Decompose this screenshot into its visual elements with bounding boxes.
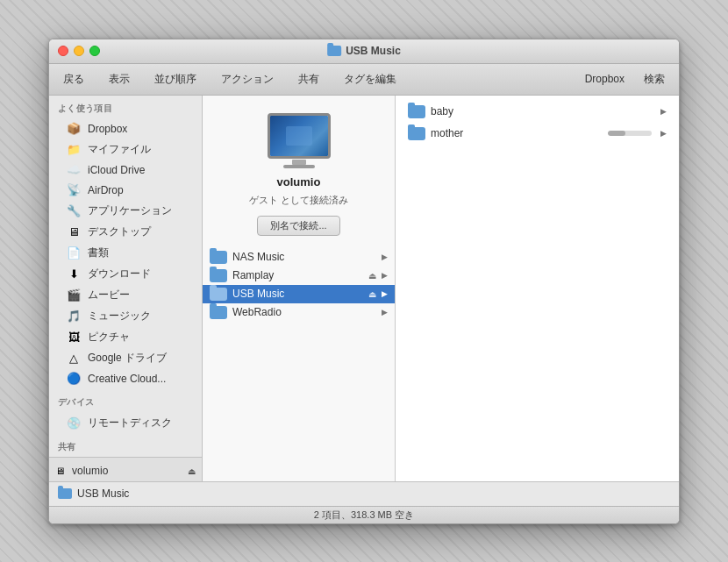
traffic-lights (58, 46, 100, 56)
device-name: volumio (277, 175, 321, 189)
minimize-button[interactable] (74, 46, 84, 56)
sidebar-icon-icloud: ☁️ (67, 163, 81, 177)
sidebar-shared-volumio[interactable]: 🖥 volumio ⏏ (49, 457, 202, 481)
favorites-header: よく使う項目 (49, 96, 202, 118)
toolbar-right: Dropbox 検索 (580, 70, 670, 89)
sidebar-label-remotedisk: リモートディスク (88, 416, 172, 430)
sidebar-icon-desktop: 🖥 (67, 224, 81, 238)
file-name: baby (431, 105, 655, 117)
sidebar-item-remotedisk[interactable]: 💿 リモートディスク (53, 413, 198, 433)
arrow-icon: ▶ (382, 253, 388, 261)
device-panel: volumio ゲスト として接続済み 別名で接続... NAS Music ▶… (203, 96, 396, 481)
file-row-nas-music[interactable]: NAS Music ▶ (203, 248, 395, 267)
computer-screen (268, 113, 331, 159)
sidebar-item-dropbox[interactable]: 📦 Dropbox (53, 119, 198, 139)
view-button[interactable]: 表示 (103, 70, 135, 89)
file-row-usb-music[interactable]: USB Music ⏏ ▶ (203, 285, 395, 303)
search-toolbar-button[interactable]: 検索 (639, 70, 670, 89)
statusbar: 2 項目、318.3 MB 空き (49, 506, 679, 523)
arrow-icon: ▶ (382, 271, 388, 280)
path-folder-icon (58, 488, 72, 499)
dropbox-toolbar-button[interactable]: Dropbox (580, 71, 630, 87)
tag-button[interactable]: タグを編集 (339, 70, 402, 89)
titlebar: USB Music (49, 39, 679, 64)
computer-icon (264, 113, 334, 170)
sidebar-label-creativecloud: Creative Cloud... (88, 373, 166, 385)
sidebar-item-creativecloud[interactable]: 🔵 Creative Cloud... (53, 369, 198, 388)
sidebar-item-applications[interactable]: 🔧 アプリケーション (53, 201, 198, 221)
sidebar-item-myfiles[interactable]: 📁 マイファイル (53, 139, 198, 160)
file-name: mother (431, 127, 603, 139)
sidebar-label-downloads: ダウンロード (88, 267, 151, 281)
sort-button[interactable]: 並び順序 (149, 70, 202, 89)
computer-screen-inner (270, 116, 328, 156)
sidebar-icon-airdrop: 📡 (67, 183, 81, 197)
folder-icon (408, 127, 425, 140)
action-button[interactable]: アクション (216, 70, 279, 89)
connect-button[interactable]: 別名で接続... (257, 216, 339, 236)
finder-window: USB Music 戻る 表示 並び順序 アクション 共有 タグを編集 Drop… (48, 39, 680, 524)
sidebar-icon-documents: 📄 (67, 245, 81, 260)
eject-icon: ⏏ (368, 289, 376, 299)
sidebar: よく使う項目 📦 Dropbox 📁 マイファイル ☁️ iCloud Driv… (49, 96, 203, 481)
status-text: 2 項目、318.3 MB 空き (314, 509, 414, 522)
content-area: volumio ゲスト として接続済み 別名で接続... NAS Music ▶… (203, 96, 679, 481)
right-file-row-baby[interactable]: baby ▶ (403, 103, 672, 121)
sidebar-icon-downloads: ⬇ (67, 267, 81, 281)
sidebar-label-myfiles: マイファイル (88, 142, 151, 157)
sidebar-favorites: 📦 Dropbox 📁 マイファイル ☁️ iCloud Drive 📡 Air… (49, 119, 202, 388)
toolbar: 戻る 表示 並び順序 アクション 共有 タグを編集 Dropbox 検索 (49, 64, 679, 96)
device-icon-area: volumio ゲスト として接続済み 別名で接続... (203, 96, 395, 245)
sidebar-label-applications: アプリケーション (88, 203, 172, 218)
path-bar: USB Music (49, 481, 679, 506)
sidebar-item-movies[interactable]: 🎬 ムービー (53, 285, 198, 305)
progress-bar (608, 131, 652, 136)
computer-base (292, 160, 306, 165)
file-row-webradio[interactable]: WebRadio ▶ (203, 303, 395, 322)
path-label: USB Music (77, 487, 129, 500)
sidebar-label-icloud: iCloud Drive (88, 164, 145, 176)
sidebar-icon-movies: 🎬 (67, 288, 81, 302)
sidebar-icon-applications: 🔧 (67, 203, 81, 217)
sidebar-item-downloads[interactable]: ⬇ ダウンロード (53, 264, 198, 284)
eject-button-volumio[interactable]: ⏏ (184, 464, 198, 478)
right-panel: baby ▶ mother ▶ (396, 96, 679, 481)
sidebar-item-airdrop[interactable]: 📡 AirDrop (53, 181, 198, 200)
right-file-row-mother[interactable]: mother ▶ (403, 124, 672, 143)
sidebar-label-movies: ムービー (88, 288, 130, 302)
folder-icon (210, 251, 227, 264)
close-button[interactable] (58, 46, 68, 56)
sidebar-item-music[interactable]: 🎵 ミュージック (53, 306, 198, 326)
file-name: NAS Music (232, 251, 376, 263)
folder-icon (210, 306, 227, 319)
sidebar-item-icloud[interactable]: ☁️ iCloud Drive (53, 160, 198, 180)
sidebar-item-googledrive[interactable]: △ Google ドライブ (53, 348, 198, 368)
sidebar-icon-googledrive: △ (67, 351, 81, 365)
sidebar-icon-remotedisk: 💿 (67, 416, 81, 430)
sidebar-label-googledrive: Google ドライブ (88, 351, 167, 366)
arrow-icon: ▶ (382, 289, 388, 298)
sidebar-icon-creativecloud: 🔵 (67, 372, 81, 386)
sidebar-shared: 🖥 volumio ⏏ (49, 457, 202, 481)
sidebar-icon-myfiles: 📁 (67, 142, 81, 156)
shared-header: 共有 (49, 434, 202, 457)
arrow-icon: ▶ (660, 107, 667, 116)
share-button[interactable]: 共有 (293, 70, 325, 89)
sidebar-label-music: ミュージック (88, 309, 151, 324)
file-name: Ramplay (232, 269, 363, 281)
sidebar-item-documents[interactable]: 📄 書類 (53, 243, 198, 263)
device-status: ゲスト として接続済み (249, 194, 348, 207)
sidebar-item-desktop[interactable]: 🖥 デスクトップ (53, 222, 198, 242)
sidebar-item-pictures[interactable]: 🖼 ピクチャ (53, 327, 198, 347)
arrow-icon: ▶ (382, 308, 388, 317)
file-row-ramplay[interactable]: Ramplay ⏏ ▶ (203, 267, 395, 285)
maximize-button[interactable] (89, 46, 100, 56)
arrow-icon: ▶ (660, 129, 667, 138)
device-file-list: NAS Music ▶ Ramplay ⏏ ▶ USB Music ⏏ ▶ We… (203, 245, 395, 481)
sidebar-shared-icon-volumio: 🖥 (53, 464, 67, 478)
sidebar-label-pictures: ピクチャ (88, 330, 130, 345)
back-button[interactable]: 戻る (58, 70, 89, 89)
sidebar-label-desktop: デスクトップ (88, 224, 151, 239)
folder-icon (210, 288, 227, 301)
devices-header: デバイス (49, 389, 202, 412)
